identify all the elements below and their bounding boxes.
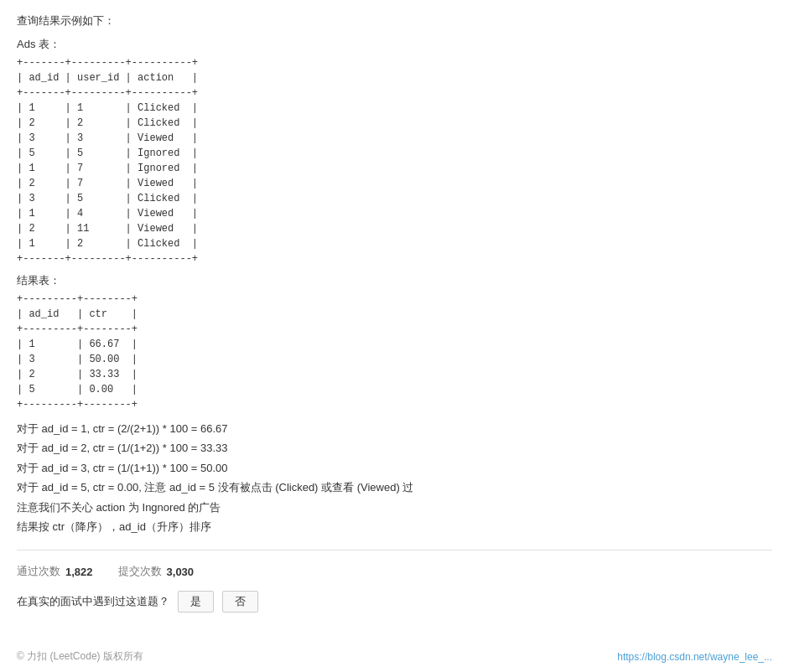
pass-value: 1,822: [65, 566, 93, 578]
explanation-line-6: 结果按 ctr（降序），ad_id（升序）排序: [17, 517, 772, 536]
no-button[interactable]: 否: [222, 591, 258, 613]
submit-label: 提交次数: [118, 564, 162, 579]
explanation-line-2: 对于 ad_id = 2, ctr = (1/(1+2)) * 100 = 33…: [17, 438, 772, 457]
pass-count-item: 通过次数 1,822: [17, 564, 93, 579]
explanation-block: 对于 ad_id = 1, ctr = (2/(2+1)) * 100 = 66…: [17, 419, 772, 536]
ads-table-label: Ads 表：: [17, 37, 772, 52]
result-table-label: 结果表：: [17, 273, 772, 288]
pass-label: 通过次数: [17, 564, 60, 579]
main-container: 查询结果示例如下： Ads 表： +-------+---------+----…: [0, 0, 789, 672]
ads-table-ascii: +-------+---------+----------+ | ad_id |…: [17, 55, 772, 266]
explanation-line-3: 对于 ad_id = 3, ctr = (1/(1+1)) * 100 = 50…: [17, 458, 772, 478]
yes-button[interactable]: 是: [178, 591, 214, 613]
interview-question-text: 在真实的面试中遇到过这道题？: [17, 594, 169, 609]
explanation-line-5: 注意我们不关心 action 为 Ingnored 的广告: [17, 498, 772, 517]
submit-value: 3,030: [167, 566, 195, 578]
submit-count-item: 提交次数 3,030: [118, 564, 195, 579]
footer-link[interactable]: https://blog.csdn.net/wayne_lee_...: [617, 651, 772, 663]
explanation-line-4: 对于 ad_id = 5, ctr = 0.00, 注意 ad_id = 5 没…: [17, 478, 772, 497]
explanation-line-1: 对于 ad_id = 1, ctr = (2/(2+1)) * 100 = 66…: [17, 419, 772, 438]
copyright-text: © 力扣 (LeetCode) 版权所有: [17, 649, 143, 664]
interview-question-row: 在真实的面试中遇到过这道题？ 是 否: [17, 591, 772, 613]
divider: [17, 550, 772, 551]
intro-text: 查询结果示例如下：: [17, 13, 772, 28]
stats-row: 通过次数 1,822 提交次数 3,030: [17, 564, 772, 579]
result-table-ascii: +---------+--------+ | ad_id | ctr | +--…: [17, 292, 772, 412]
footer: © 力扣 (LeetCode) 版权所有 https://blog.csdn.n…: [17, 649, 772, 664]
